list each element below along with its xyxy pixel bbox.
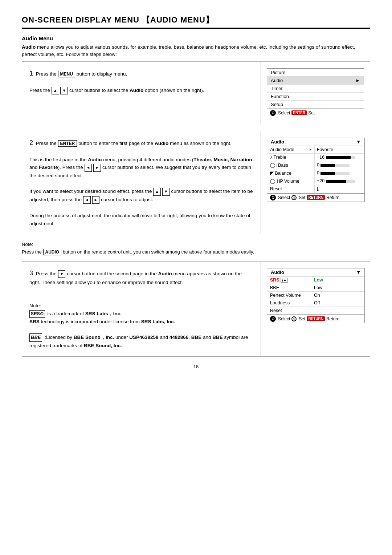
- set-label3: Set: [299, 316, 305, 321]
- return-badge2: RETURN: [307, 316, 325, 321]
- enter-badge: ENTER: [291, 110, 307, 115]
- audio-row-reset: Reset ℹ: [267, 185, 364, 193]
- audio-down-arrow2: ▼: [356, 270, 361, 275]
- audio-menu-heading: Audio Menu: [22, 35, 370, 41]
- select-circle2: ⊙: [270, 195, 276, 200]
- menu-key: MENU: [58, 71, 75, 77]
- step2-left: 2 Press the ENTER button to enter the fi…: [22, 131, 261, 234]
- audio-mode-value: Favorite: [314, 146, 364, 153]
- intro-text: Audio menu allows you to adjust various …: [22, 44, 370, 58]
- audio-key: AUDIO: [43, 249, 62, 255]
- audio-title: Audio: [271, 139, 284, 145]
- return-badge: RETURN: [307, 195, 325, 200]
- audio-mode-arrow: ►: [307, 147, 314, 151]
- balance-value: 0: [314, 169, 364, 177]
- treble-label: ♪ Treble: [267, 154, 307, 161]
- menu-item-picture: Picture: [267, 69, 364, 77]
- audio-row-balance: ◤ Balance 0: [267, 169, 364, 177]
- down-arrow3: ▼: [58, 270, 66, 278]
- step1-right: Picture Audio ► Timer Function Setup ⊙ S…: [261, 62, 370, 124]
- hp-label: ◯ HP Volume: [267, 177, 307, 185]
- audio-row-treble: ♪ Treble +16: [267, 154, 364, 161]
- up-arrow2: ▲: [153, 188, 161, 196]
- step3-menu-footer: ⊙ Select ℹ Set RETURN Return: [267, 315, 364, 323]
- menu2-row-loudness: Loudness Off: [267, 299, 364, 307]
- pv-label: Perfect Volume: [267, 292, 311, 299]
- select-circle-icon: ⊙: [270, 110, 276, 116]
- step1-menu-footer: ⊙ Select ENTER Set: [267, 109, 364, 117]
- loudness-value: Off: [311, 299, 364, 307]
- return-label2: Return: [326, 316, 339, 321]
- page-title: ON-SCREEN DISPLAY MENU 【AUDIO MENU】: [22, 15, 370, 29]
- down-arrow2: ▼: [162, 188, 170, 196]
- bbe-logo: BBE: [29, 333, 42, 342]
- set-label2: Set: [299, 195, 305, 200]
- step3-right: Audio ▼ SRS ℹ► Low BBE Low Perfect Volum…: [261, 262, 370, 356]
- audio-row-hp: ◯ HP Volume +20: [267, 177, 364, 185]
- audio-row-mode: Audio Mode ► Favorite: [267, 146, 364, 154]
- set-label: Set: [308, 110, 315, 116]
- step2-menu-footer: ⊙ Select ℹ Set RETURN Return: [267, 193, 364, 202]
- bass-bar: [320, 164, 350, 167]
- reset2-label: Reset: [267, 307, 311, 314]
- bbe-label: BBE: [267, 284, 311, 291]
- select-label2: Select: [278, 195, 290, 200]
- step2-number: 2: [29, 139, 33, 146]
- select-circle3: ⊙: [270, 316, 276, 322]
- select-label: Select: [278, 110, 290, 116]
- return-label: Return: [326, 195, 339, 200]
- reset-label: Reset: [267, 185, 307, 193]
- bass-value: 0: [314, 161, 364, 169]
- srs-badge: ℹ►: [281, 278, 288, 283]
- left-arrow-btn: ◄: [85, 164, 92, 172]
- bass-label: ◯: Bass: [267, 161, 307, 169]
- balance-label: ◤ Balance: [267, 169, 307, 177]
- srs-logo: SRS⊙: [29, 310, 45, 318]
- menu-item-setup: Setup: [267, 101, 364, 109]
- srs-label: SRS ℹ►: [267, 276, 311, 284]
- step1-number: 1: [29, 70, 33, 77]
- info-icon3: ℹ: [291, 316, 297, 321]
- reset2-value: [311, 309, 364, 312]
- left-arrow2: ◄: [83, 196, 91, 204]
- bbe-value: Low: [311, 284, 364, 291]
- enter-key: ENTER: [58, 140, 77, 147]
- step3-left: 3 Press the ▼ cursor button until the se…: [22, 262, 261, 356]
- audio-title2: Audio: [271, 270, 284, 275]
- step1-menu-box: Picture Audio ► Timer Function Setup ⊙ S…: [267, 68, 364, 117]
- menu-item-audio: Audio ►: [267, 77, 364, 85]
- loudness-label: Loudness: [267, 299, 311, 307]
- right-arrow-btn: ►: [93, 164, 101, 172]
- step1-left: 1 Press the MENU button to display menu.…: [22, 62, 261, 124]
- menu-item-function: Function: [267, 93, 364, 101]
- treble-bar: [326, 156, 355, 159]
- menu-item-timer: Timer: [267, 85, 364, 93]
- step3-number: 3: [29, 270, 33, 277]
- note1-text: Note: Press the AUDIO button on the remo…: [22, 241, 370, 256]
- menu2-row-pv: Perfect Volume On: [267, 292, 364, 299]
- down-arrow-btn: ▼: [60, 87, 68, 95]
- note1: Note: Press the AUDIO button on the remo…: [22, 241, 370, 256]
- menu2-box: Audio ▼ SRS ℹ► Low BBE Low Perfect Volum…: [267, 268, 365, 323]
- hp-value: +20: [314, 177, 364, 185]
- audio-header: Audio ▼: [267, 138, 364, 146]
- audio-row-bass: ◯: Bass 0: [267, 161, 364, 169]
- srs-value: Low: [311, 276, 364, 284]
- step3-block: 3 Press the ▼ cursor button until the se…: [22, 261, 370, 357]
- pv-value: On: [311, 292, 364, 299]
- audio-menu-box: Audio ▼ Audio Mode ► Favorite ♪ Treble +…: [267, 138, 365, 202]
- up-arrow-btn: ▲: [52, 87, 59, 95]
- audio-mode-label: Audio Mode: [267, 146, 307, 153]
- right-arrow2: ►: [92, 196, 100, 204]
- treble-value: +16: [314, 154, 364, 161]
- audio-down-arrow: ▼: [356, 139, 361, 145]
- audio-header2: Audio ▼: [267, 268, 364, 276]
- srs-text: SRS: [270, 278, 279, 283]
- hp-bar: [326, 180, 355, 183]
- menu2-row-bbe: BBE Low: [267, 284, 364, 292]
- info-icon2: ℹ: [291, 195, 297, 200]
- page-number: 18: [22, 364, 370, 369]
- reset-value: ℹ: [314, 185, 364, 193]
- balance-bar: [320, 172, 350, 175]
- menu2-row-reset: Reset: [267, 307, 364, 315]
